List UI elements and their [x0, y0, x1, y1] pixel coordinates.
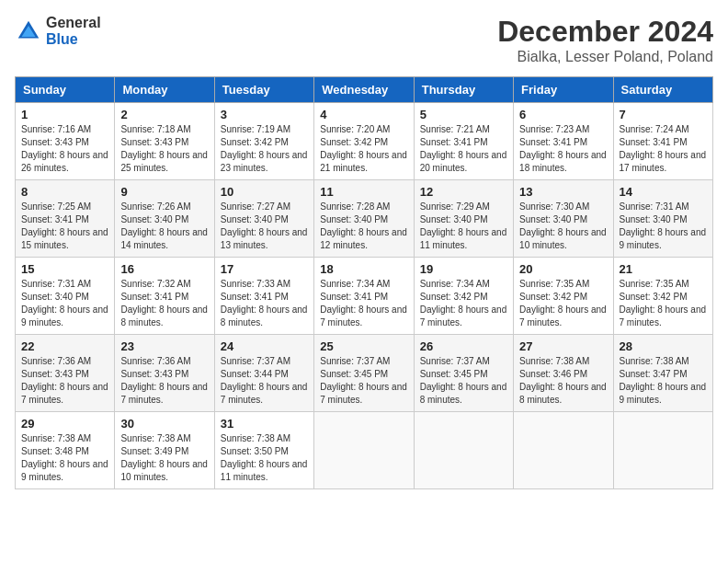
day-number: 17 — [221, 262, 308, 276]
day-info: Sunrise: 7:38 AMSunset: 3:48 PMDaylight:… — [21, 432, 108, 484]
day-number: 30 — [120, 417, 208, 431]
calendar-cell: 16Sunrise: 7:32 AMSunset: 3:41 PMDayligh… — [115, 258, 214, 335]
logo-blue-text: Blue — [46, 31, 101, 48]
calendar-cell: 7Sunrise: 7:24 AMSunset: 3:41 PMDaylight… — [613, 103, 712, 180]
calendar-cell: 19Sunrise: 7:34 AMSunset: 3:42 PMDayligh… — [414, 258, 513, 335]
calendar-cell: 22Sunrise: 7:36 AMSunset: 3:43 PMDayligh… — [16, 335, 115, 412]
day-number: 10 — [221, 185, 308, 199]
weekday-header-sunday: Sunday — [16, 77, 115, 103]
day-info: Sunrise: 7:38 AMSunset: 3:47 PMDaylight:… — [620, 355, 707, 407]
calendar-cell: 1Sunrise: 7:16 AMSunset: 3:43 PMDaylight… — [16, 103, 115, 180]
day-number: 2 — [120, 108, 208, 121]
day-info: Sunrise: 7:20 AMSunset: 3:42 PMDaylight:… — [320, 123, 407, 175]
header: General Blue December 2024 Bialka, Lesse… — [15, 15, 713, 65]
day-number: 26 — [420, 339, 507, 353]
day-info: Sunrise: 7:25 AMSunset: 3:41 PMDaylight:… — [21, 201, 108, 252]
logo-icon — [15, 17, 42, 45]
day-number: 20 — [519, 262, 607, 276]
calendar-cell: 20Sunrise: 7:35 AMSunset: 3:42 PMDayligh… — [514, 258, 613, 335]
day-number: 27 — [519, 339, 607, 353]
day-info: Sunrise: 7:18 AMSunset: 3:43 PMDaylight:… — [120, 123, 208, 175]
weekday-header-saturday: Saturday — [613, 77, 712, 103]
day-number: 1 — [21, 108, 108, 121]
day-number: 24 — [221, 339, 308, 353]
calendar-cell: 15Sunrise: 7:31 AMSunset: 3:40 PMDayligh… — [16, 258, 115, 335]
day-info: Sunrise: 7:35 AMSunset: 3:42 PMDaylight:… — [519, 278, 607, 329]
day-number: 29 — [21, 417, 108, 431]
day-info: Sunrise: 7:34 AMSunset: 3:42 PMDaylight:… — [420, 278, 507, 329]
calendar-cell: 13Sunrise: 7:30 AMSunset: 3:40 PMDayligh… — [514, 180, 613, 258]
calendar-cell: 18Sunrise: 7:34 AMSunset: 3:41 PMDayligh… — [314, 258, 414, 335]
day-info: Sunrise: 7:34 AMSunset: 3:41 PMDaylight:… — [320, 278, 407, 329]
day-number: 31 — [221, 417, 308, 431]
day-number: 14 — [620, 185, 707, 199]
day-number: 6 — [519, 108, 607, 121]
calendar-cell: 31Sunrise: 7:38 AMSunset: 3:50 PMDayligh… — [214, 412, 313, 489]
calendar-cell: 10Sunrise: 7:27 AMSunset: 3:40 PMDayligh… — [214, 180, 313, 258]
calendar-cell: 6Sunrise: 7:23 AMSunset: 3:41 PMDaylight… — [514, 103, 613, 180]
calendar-week-row: 8Sunrise: 7:25 AMSunset: 3:41 PMDaylight… — [16, 180, 713, 258]
calendar-cell: 17Sunrise: 7:33 AMSunset: 3:41 PMDayligh… — [214, 258, 313, 335]
day-number: 21 — [620, 262, 707, 276]
day-info: Sunrise: 7:35 AMSunset: 3:42 PMDaylight:… — [620, 278, 707, 329]
calendar-cell: 5Sunrise: 7:21 AMSunset: 3:41 PMDaylight… — [414, 103, 513, 180]
day-number: 18 — [320, 262, 407, 276]
day-info: Sunrise: 7:28 AMSunset: 3:40 PMDaylight:… — [320, 201, 407, 252]
calendar-cell: 29Sunrise: 7:38 AMSunset: 3:48 PMDayligh… — [16, 412, 115, 489]
title-section: December 2024 Bialka, Lesser Poland, Pol… — [497, 15, 713, 65]
day-info: Sunrise: 7:37 AMSunset: 3:45 PMDaylight:… — [420, 355, 507, 407]
day-info: Sunrise: 7:38 AMSunset: 3:49 PMDaylight:… — [120, 432, 208, 484]
day-info: Sunrise: 7:36 AMSunset: 3:43 PMDaylight:… — [120, 355, 208, 407]
day-info: Sunrise: 7:27 AMSunset: 3:40 PMDaylight:… — [221, 201, 308, 252]
calendar-cell — [314, 412, 414, 489]
calendar-week-row: 1Sunrise: 7:16 AMSunset: 3:43 PMDaylight… — [16, 103, 713, 180]
calendar-table: SundayMondayTuesdayWednesdayThursdayFrid… — [15, 76, 713, 489]
calendar-cell: 28Sunrise: 7:38 AMSunset: 3:47 PMDayligh… — [613, 335, 712, 412]
day-number: 22 — [21, 339, 108, 353]
day-number: 11 — [320, 185, 407, 199]
calendar-cell — [613, 412, 712, 489]
day-info: Sunrise: 7:26 AMSunset: 3:40 PMDaylight:… — [120, 201, 208, 252]
weekday-header-thursday: Thursday — [414, 77, 513, 103]
day-info: Sunrise: 7:31 AMSunset: 3:40 PMDaylight:… — [21, 278, 108, 329]
weekday-header-friday: Friday — [514, 77, 613, 103]
calendar-subtitle: Bialka, Lesser Poland, Poland — [497, 49, 713, 65]
day-info: Sunrise: 7:23 AMSunset: 3:41 PMDaylight:… — [519, 123, 607, 175]
day-number: 19 — [420, 262, 507, 276]
day-number: 8 — [21, 185, 108, 199]
day-info: Sunrise: 7:37 AMSunset: 3:44 PMDaylight:… — [221, 355, 308, 407]
calendar-cell: 2Sunrise: 7:18 AMSunset: 3:43 PMDaylight… — [115, 103, 214, 180]
day-info: Sunrise: 7:38 AMSunset: 3:50 PMDaylight:… — [221, 432, 308, 484]
day-info: Sunrise: 7:30 AMSunset: 3:40 PMDaylight:… — [519, 201, 607, 252]
day-info: Sunrise: 7:31 AMSunset: 3:40 PMDaylight:… — [620, 201, 707, 252]
weekday-header-tuesday: Tuesday — [214, 77, 313, 103]
day-info: Sunrise: 7:21 AMSunset: 3:41 PMDaylight:… — [420, 123, 507, 175]
day-number: 12 — [420, 185, 507, 199]
day-number: 7 — [620, 108, 707, 121]
logo-general-text: General — [46, 15, 101, 31]
day-number: 13 — [519, 185, 607, 199]
day-info: Sunrise: 7:24 AMSunset: 3:41 PMDaylight:… — [620, 123, 707, 175]
day-info: Sunrise: 7:36 AMSunset: 3:43 PMDaylight:… — [21, 355, 108, 407]
day-info: Sunrise: 7:32 AMSunset: 3:41 PMDaylight:… — [120, 278, 208, 329]
logo-text: General Blue — [46, 15, 101, 47]
day-number: 16 — [120, 262, 208, 276]
day-info: Sunrise: 7:38 AMSunset: 3:46 PMDaylight:… — [519, 355, 607, 407]
day-number: 3 — [221, 108, 308, 121]
calendar-cell: 3Sunrise: 7:19 AMSunset: 3:42 PMDaylight… — [214, 103, 313, 180]
calendar-cell: 8Sunrise: 7:25 AMSunset: 3:41 PMDaylight… — [16, 180, 115, 258]
logo: General Blue — [15, 15, 101, 47]
calendar-cell: 14Sunrise: 7:31 AMSunset: 3:40 PMDayligh… — [613, 180, 712, 258]
day-info: Sunrise: 7:19 AMSunset: 3:42 PMDaylight:… — [221, 123, 308, 175]
calendar-cell: 24Sunrise: 7:37 AMSunset: 3:44 PMDayligh… — [214, 335, 313, 412]
day-number: 15 — [21, 262, 108, 276]
weekday-header-wednesday: Wednesday — [314, 77, 414, 103]
weekday-header-monday: Monday — [115, 77, 214, 103]
calendar-title: December 2024 — [497, 15, 713, 49]
calendar-cell — [514, 412, 613, 489]
calendar-cell — [414, 412, 513, 489]
calendar-cell: 25Sunrise: 7:37 AMSunset: 3:45 PMDayligh… — [314, 335, 414, 412]
calendar-cell: 26Sunrise: 7:37 AMSunset: 3:45 PMDayligh… — [414, 335, 513, 412]
calendar-week-row: 29Sunrise: 7:38 AMSunset: 3:48 PMDayligh… — [16, 412, 713, 489]
day-number: 4 — [320, 108, 407, 121]
